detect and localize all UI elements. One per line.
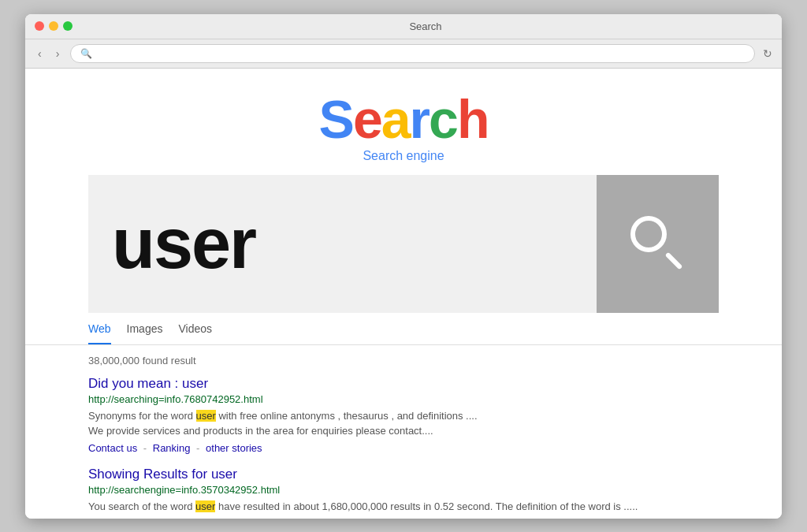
search-icon-handle — [664, 252, 682, 270]
tab-web[interactable]: Web — [88, 322, 111, 344]
back-button[interactable]: ‹ — [35, 46, 45, 61]
logo-letter-h: h — [457, 89, 489, 149]
tab-videos[interactable]: Videos — [178, 322, 212, 344]
window-title: Search — [79, 20, 772, 32]
result-item: Showing Results for user http://searchen… — [88, 467, 719, 519]
traffic-lights — [35, 21, 73, 31]
result-link-ranking-2[interactable]: Ranking — [136, 517, 174, 519]
result-snippet: Synonyms for the word user with free onl… — [88, 408, 719, 439]
address-bar[interactable]: 🔍 — [70, 44, 755, 63]
tab-images[interactable]: Images — [127, 322, 163, 344]
browser-chrome: Search ‹ › 🔍 ↻ — [25, 14, 782, 69]
logo-section: Search Search engine — [25, 69, 782, 175]
result-title[interactable]: Did you mean : user — [88, 376, 719, 392]
page-content: Search Search engine user Web Images Vid… — [25, 69, 782, 519]
result-links-2: Join us - Ranking - Other stories - Cont… — [88, 517, 719, 519]
results-count: 38,000,000 found result — [88, 355, 719, 366]
result-link-stories[interactable]: other stories — [206, 442, 262, 454]
nav-bar: ‹ › 🔍 ↻ — [25, 39, 782, 68]
browser-window: Search ‹ › 🔍 ↻ Search Search engine user — [25, 14, 782, 519]
maximize-button[interactable] — [63, 21, 73, 31]
result-links: Contact us - Ranking - other stories — [88, 442, 719, 454]
logo-letter-s: S — [319, 89, 353, 149]
search-button-area[interactable] — [597, 175, 719, 313]
result-title-2[interactable]: Showing Results for user — [88, 467, 719, 482]
logo-letter-a: a — [381, 89, 410, 149]
address-search-icon: 🔍 — [80, 48, 92, 59]
search-bar-section: user — [88, 175, 719, 313]
logo-letter-e: e — [353, 89, 381, 149]
result-snippet-2: You search of the word user have resulte… — [88, 499, 719, 515]
close-button[interactable] — [35, 21, 44, 31]
results-section: 38,000,000 found result Did you mean : u… — [25, 345, 782, 519]
logo-letter-r: r — [410, 89, 429, 149]
logo-subtitle: Search engine — [25, 149, 782, 163]
logo: Search — [25, 92, 782, 146]
search-icon-circle — [630, 216, 667, 252]
result-link-ranking[interactable]: Ranking — [153, 442, 191, 454]
search-input-area[interactable]: user — [88, 175, 597, 313]
search-query: user — [112, 203, 255, 285]
result-link-other-stories[interactable]: Other stories — [189, 517, 247, 519]
logo-letter-c: c — [429, 89, 457, 149]
tabs-section: Web Images Videos — [25, 313, 782, 345]
search-icon — [630, 216, 686, 271]
result-url-2[interactable]: http://searchengine=info.3570342952.html — [88, 484, 719, 496]
refresh-button[interactable]: ↻ — [763, 47, 772, 60]
highlight-keyword: user — [196, 410, 216, 422]
minimize-button[interactable] — [49, 21, 58, 31]
result-link-contact-2[interactable]: Contact — [263, 517, 299, 519]
highlight-keyword-2: user — [195, 500, 215, 512]
forward-button[interactable]: › — [53, 46, 63, 61]
result-item: Did you mean : user http://searching=inf… — [88, 376, 719, 454]
result-url[interactable]: http://searching=info.7680742952.html — [88, 393, 719, 405]
title-bar: Search — [25, 14, 782, 39]
result-link-contact[interactable]: Contact us — [88, 442, 137, 454]
result-link-join[interactable]: Join us — [88, 517, 121, 519]
